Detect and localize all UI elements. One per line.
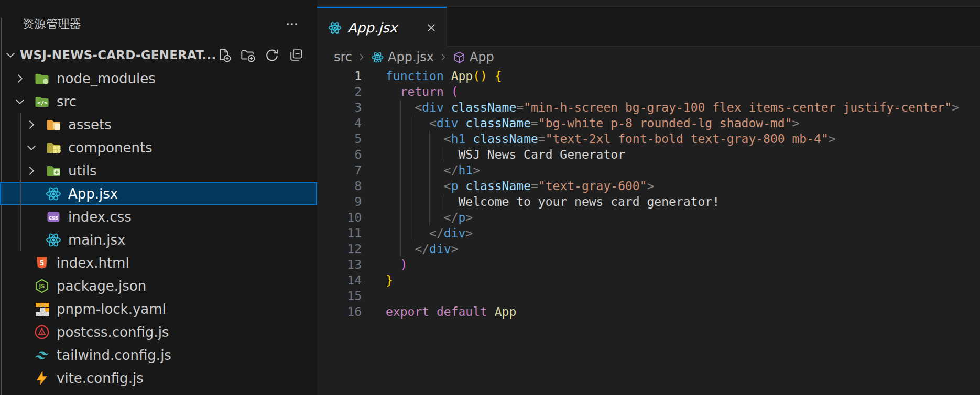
line-content: Welcome to your news card generator! [386,194,720,210]
tab-app-jsx[interactable]: App.jsx [317,7,447,47]
sidebar-item-index-html[interactable]: 5index.html [0,251,317,275]
line-number[interactable]: 15 [317,288,362,304]
breadcrumb-item-app-jsx[interactable]: App.jsx [371,50,434,64]
line-number[interactable]: 3 [317,100,362,115]
line-number[interactable]: 16 [317,304,362,320]
code-line-15[interactable]: 15 [317,288,980,304]
indent-guide [415,131,415,147]
indent-guide [415,147,415,162]
code-line-6[interactable]: 6 WSJ News Card Generator [317,147,980,162]
line-content: return ( [386,84,459,100]
sidebar-item-app-jsx[interactable]: App.jsx [0,182,317,205]
explorer-more-actions-button[interactable] [284,16,300,32]
sidebar-item-main-jsx[interactable]: main.jsx [0,228,317,251]
svg-text:css: css [49,215,58,221]
tab-bar: App.jsx [317,7,980,47]
collapse-folders-button[interactable] [288,47,304,63]
svg-text:5: 5 [40,259,44,267]
code-line-8[interactable]: 8 <p className="text-gray-600"> [317,178,980,194]
code-line-3[interactable]: 3 <div className="min-h-screen bg-gray-1… [317,100,980,115]
file-label: utils [68,163,97,179]
code-line-2[interactable]: 2 return ( [317,84,980,100]
breadcrumb-item-app[interactable]: App [453,50,494,64]
indent-guide [415,178,415,194]
line-number[interactable]: 5 [317,131,362,147]
line-content: </div> [386,225,473,241]
line-number[interactable]: 1 [317,68,362,84]
file-label: postcss.config.js [57,324,169,340]
line-number[interactable]: 13 [317,257,362,272]
file-label: node_modules [57,71,156,86]
sidebar-item-package-json[interactable]: JSpackage.json [0,275,317,298]
code-line-5[interactable]: 5 <h1 className="text-2xl font-bold text… [317,131,980,147]
indent-guide [429,131,430,147]
line-content: </p> [386,210,473,225]
sidebar-item-tailwind-config-js[interactable]: tailwind.config.js [0,344,317,367]
chevron-down-icon [4,48,17,62]
sidebar-item-pnpm-lock-yaml[interactable]: pnpm-lock.yaml [0,298,317,321]
explorer-section-header[interactable]: WSJ-NEWS-CARD-GENERAT... [0,44,317,66]
line-number[interactable]: 2 [317,84,362,100]
file-label: vite.config.js [57,370,144,386]
sidebar-item-vite-config-js[interactable]: vite.config.js [0,367,317,390]
chevron-right-icon [25,118,38,131]
tab-close-button[interactable] [423,20,439,36]
collapse-all-icon [288,47,304,63]
new-file-button[interactable] [216,47,232,63]
folder-utils-icon [45,162,62,179]
code-editor[interactable]: 1function App() {2 return (3 <div classN… [317,68,980,320]
code-line-12[interactable]: 12 </div> [317,241,980,257]
refresh-explorer-button[interactable] [264,47,280,63]
line-number[interactable]: 10 [317,210,362,225]
line-number[interactable]: 11 [317,225,362,241]
code-line-1[interactable]: 1function App() { [317,68,980,84]
indent-guide [429,210,430,225]
line-number[interactable]: 4 [317,115,362,131]
file-label: index.html [57,255,129,271]
sidebar-item-assets[interactable]: assets [0,113,317,136]
sidebar-item-node-modules[interactable]: node_modules [0,67,317,90]
sidebar-item-utils[interactable]: utils [0,159,317,182]
sidebar-item-src[interactable]: </>src [0,90,317,113]
indent-guide [400,178,401,194]
chevron-down-icon [14,95,26,108]
line-number[interactable]: 6 [317,147,362,162]
new-folder-button[interactable] [240,47,256,63]
code-line-4[interactable]: 4 <div className="bg-white p-8 rounded-l… [317,115,980,131]
indent-guide [415,162,415,178]
code-line-10[interactable]: 10 </p> [317,210,980,225]
line-number[interactable]: 8 [317,178,362,194]
react-icon [328,20,342,35]
sidebar-item-postcss-config-js[interactable]: postcss.config.js [0,321,317,344]
indent-guide [429,147,430,162]
code-line-7[interactable]: 7 </h1> [317,162,980,178]
indent-guide [429,194,430,210]
editor-group: App.jsx srcApp.jsxApp 1function App() {2… [317,0,980,395]
indent-guide [429,162,430,178]
indent-guide [444,147,444,162]
tab-label: App.jsx [347,20,397,36]
sidebar-item-components[interactable]: components [0,136,317,159]
indent-guide [400,225,401,241]
line-content: export default App [386,304,516,320]
breadcrumb-item-src[interactable]: src [334,50,352,64]
indent-guide [444,194,444,210]
indent-guide [400,162,401,178]
sidebar-item-index-css[interactable]: cssindex.css [0,205,317,228]
code-line-11[interactable]: 11 </div> [317,225,980,241]
line-number[interactable]: 9 [317,194,362,210]
chevron-right-icon [356,52,367,62]
code-line-9[interactable]: 9 Welcome to your news card generator! [317,194,980,210]
file-tree: node_modules</>srcassetscomponentsutilsA… [0,67,317,390]
code-line-16[interactable]: 16export default App [317,304,980,320]
line-number[interactable]: 14 [317,272,362,288]
file-label: pnpm-lock.yaml [57,301,166,317]
code-line-14[interactable]: 14} [317,272,980,288]
code-line-13[interactable]: 13 ) [317,257,980,272]
breadcrumb: srcApp.jsxApp [317,47,980,68]
indent-guide [415,115,415,131]
file-label: src [57,94,77,109]
line-number[interactable]: 7 [317,162,362,178]
line-number[interactable]: 12 [317,241,362,257]
indent-guide [415,194,415,210]
